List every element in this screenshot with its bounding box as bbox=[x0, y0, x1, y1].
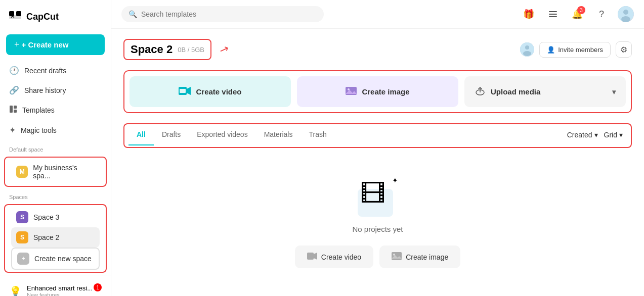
create-image-button[interactable]: Create image bbox=[297, 76, 458, 107]
svg-point-12 bbox=[621, 16, 630, 22]
grid-label: Grid bbox=[604, 131, 617, 139]
spaces-label: Spaces bbox=[0, 189, 111, 202]
empty-create-video-button[interactable]: Create video bbox=[295, 245, 373, 268]
space3-avatar: S bbox=[16, 211, 28, 223]
space3-name: Space 3 bbox=[33, 213, 59, 221]
template-icon bbox=[9, 105, 17, 115]
space2-name: Space 2 bbox=[33, 233, 59, 241]
magic-icon: ✦ bbox=[9, 125, 16, 135]
create-new-label: + Create new bbox=[22, 40, 69, 49]
svg-rect-7 bbox=[549, 11, 557, 12]
svg-point-21 bbox=[348, 88, 350, 90]
empty-video-icon bbox=[307, 252, 317, 262]
sidebar-bottom: 💡 Enhanced smart resi... New features 1 bbox=[0, 275, 111, 296]
svg-rect-4 bbox=[10, 106, 13, 113]
arrow-to-title: ↙ bbox=[218, 42, 231, 58]
empty-icon-container: 🎞 ✦ bbox=[358, 176, 398, 217]
svg-rect-8 bbox=[549, 14, 557, 15]
space-title-area: Space 2 0B / 5GB bbox=[123, 39, 211, 60]
sidebar-space2[interactable]: S Space 2 bbox=[11, 227, 100, 248]
sparkle-icon: ✦ bbox=[392, 176, 398, 184]
menu-icon-button[interactable] bbox=[545, 6, 561, 22]
empty-text: No projects yet bbox=[352, 225, 403, 233]
feature-icon: 💡 bbox=[9, 285, 22, 297]
empty-actions: Create video Create image bbox=[295, 245, 460, 268]
empty-create-image-button[interactable]: Create image bbox=[379, 245, 460, 268]
space-header: Space 2 0B / 5GB ↙ 👤 Invite members ⚙ bbox=[123, 39, 632, 60]
sort-chevron-icon: ▾ bbox=[594, 131, 598, 139]
svg-rect-9 bbox=[549, 16, 557, 17]
user-avatar[interactable] bbox=[618, 6, 634, 22]
space2-avatar: S bbox=[16, 231, 28, 243]
empty-image-icon bbox=[392, 252, 402, 262]
upload-media-label: Upload media bbox=[491, 87, 540, 96]
capcut-logo-icon: ✕ bbox=[8, 8, 22, 25]
default-space-item[interactable]: M My business's spa... bbox=[11, 160, 100, 184]
tab-exported-videos[interactable]: Exported videos bbox=[189, 124, 255, 145]
view-grid-button[interactable]: Grid ▾ bbox=[604, 131, 623, 139]
svg-rect-5 bbox=[14, 106, 17, 109]
settings-gear-icon: ⚙ bbox=[620, 45, 627, 55]
tab-drafts[interactable]: Drafts bbox=[154, 124, 189, 145]
space-title: Space 2 bbox=[131, 43, 173, 56]
share-icon: 🔗 bbox=[9, 85, 19, 95]
sidebar-item-share-history[interactable]: 🔗 Share history bbox=[4, 81, 107, 100]
content-area: Space 2 0B / 5GB ↙ 👤 Invite members ⚙ bbox=[111, 29, 644, 296]
help-icon-button[interactable]: ? bbox=[593, 6, 610, 22]
create-new-button[interactable]: + + Create new bbox=[6, 34, 105, 55]
sidebar-item-templates[interactable]: Templates bbox=[4, 101, 107, 120]
search-box[interactable]: 🔍 bbox=[121, 6, 324, 22]
topbar: 🔍 🎁 🔔 3 ? bbox=[111, 0, 644, 29]
image-icon bbox=[346, 86, 357, 97]
tab-all[interactable]: All bbox=[128, 124, 154, 145]
svg-marker-25 bbox=[314, 253, 317, 260]
invite-icon: 👤 bbox=[547, 46, 555, 54]
logo-area: ✕ CapCut bbox=[0, 0, 111, 30]
upload-media-button[interactable]: Upload media ▾ bbox=[464, 76, 626, 107]
film-icon: 🎞 bbox=[360, 181, 385, 207]
search-input[interactable] bbox=[141, 10, 317, 18]
svg-rect-6 bbox=[14, 110, 17, 113]
tabs-section: All Drafts Exported videos Materials Tra… bbox=[123, 123, 632, 148]
templates-label: Templates bbox=[22, 106, 55, 114]
gift-icon-button[interactable]: 🎁 bbox=[521, 6, 537, 22]
create-new-space-item[interactable]: + Create new space bbox=[11, 248, 100, 270]
tab-trash[interactable]: Trash bbox=[300, 124, 334, 145]
create-video-button[interactable]: Create video bbox=[130, 76, 291, 107]
sidebar-item-magic-tools[interactable]: ✦ Magic tools bbox=[4, 121, 107, 139]
default-space-section: M My business's spa... bbox=[4, 157, 107, 187]
sidebar-space3[interactable]: S Space 3 bbox=[11, 207, 100, 227]
create-image-label: Create image bbox=[362, 87, 409, 96]
tab-materials[interactable]: Materials bbox=[256, 124, 301, 145]
feature-sub: New features bbox=[27, 292, 93, 296]
svg-rect-26 bbox=[392, 252, 402, 260]
settings-button[interactable]: ⚙ bbox=[616, 41, 632, 58]
feature-notification-badge: 1 bbox=[94, 283, 102, 291]
svg-point-11 bbox=[623, 10, 628, 15]
space-user-avatar bbox=[520, 42, 534, 57]
svg-point-15 bbox=[523, 51, 531, 56]
feature-badge-item[interactable]: 💡 Enhanced smart resi... New features 1 bbox=[4, 280, 107, 296]
create-video-label: Create video bbox=[196, 87, 241, 96]
empty-create-video-label: Create video bbox=[321, 253, 361, 261]
svg-point-28 bbox=[393, 254, 395, 256]
invite-members-button[interactable]: 👤 Invite members bbox=[539, 42, 611, 58]
svg-marker-17 bbox=[187, 87, 191, 95]
upload-icon bbox=[475, 85, 486, 98]
empty-create-image-label: Create image bbox=[406, 253, 448, 261]
plus-icon: + bbox=[14, 39, 20, 50]
sidebar-item-recent-drafts[interactable]: 🕐 Recent drafts bbox=[4, 61, 107, 80]
main-content: 🔍 🎁 🔔 3 ? Space 2 0B / 5GB bbox=[111, 0, 644, 296]
bell-icon-button[interactable]: 🔔 3 bbox=[569, 6, 585, 22]
sort-created-button[interactable]: Created ▾ bbox=[567, 131, 598, 139]
feature-label: Enhanced smart resi... bbox=[27, 284, 93, 292]
header-actions: 👤 Invite members ⚙ bbox=[520, 41, 632, 58]
nav-items: 🕐 Recent drafts 🔗 Share history Template… bbox=[0, 59, 111, 141]
sidebar: ✕ CapCut + + Create new 🕐 Recent drafts … bbox=[0, 0, 111, 296]
svg-rect-18 bbox=[180, 89, 186, 93]
video-icon bbox=[179, 86, 191, 97]
default-space-avatar: M bbox=[16, 166, 28, 178]
space-storage: 0B / 5GB bbox=[178, 46, 204, 54]
create-new-space-label: Create new space bbox=[34, 255, 92, 263]
svg-rect-24 bbox=[307, 253, 314, 260]
